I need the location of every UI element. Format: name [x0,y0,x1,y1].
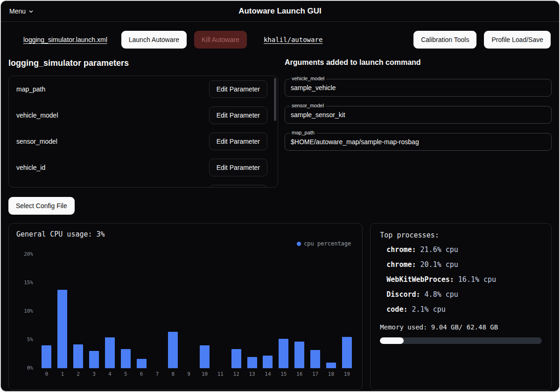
edit-parameter-button[interactable]: Edit Parameter [209,159,267,176]
profile-load-save-button[interactable]: Profile Load/Save [484,31,551,49]
edit-parameter-button[interactable]: Edit Parameter [209,185,267,188]
x-tick-label: 1 [55,371,70,377]
top-processes-title: Top processes: [380,231,542,239]
parameter-row: map_path Edit Parameter [9,76,278,102]
memory-used-label: Memory used: 9.04 GB/ 62.48 GB [380,323,542,331]
process-item: Discord: 4.8% cpu [380,290,542,299]
top-processes-panel: Top processes: chrome: 21.6% cpu chrome:… [370,223,552,390]
process-name: WebKitWebProces [386,275,449,284]
arguments-heading: Arguments added to launch command [285,58,552,67]
memory-progress-fill [380,337,403,344]
vehicle-model-input-label: vehicle_model [290,76,326,81]
cpu-usage-panel: General CPU usage: 3% cpu percentage 0%5… [8,223,363,390]
parameter-name: vehicle_model [16,112,58,119]
sensor-model-input[interactable]: sensor_model sample_sensor_kit [285,106,552,124]
legend-dot-icon [297,242,301,246]
repo-link[interactable]: khalil/autoware [264,36,322,43]
process-cpu: 4.8% cpu [425,290,458,299]
map-path-input-label: map_path [290,130,316,135]
parameter-row: sensor_model Edit Parameter [9,128,278,154]
monitoring-section: General CPU usage: 3% cpu percentage 0%5… [1,223,559,390]
process-item: WebKitWebProces: 16.1% cpu [380,275,542,284]
bar [55,254,70,368]
process-separator: : [412,245,420,254]
edit-parameter-button[interactable]: Edit Parameter [209,133,267,150]
bar [228,254,244,368]
x-axis-labels: 012345678910111213141516171819 [39,371,355,377]
x-tick-label: 14 [260,371,276,377]
menu-button-label: Menu [9,7,26,15]
process-separator: : [412,260,420,269]
bar [149,254,165,368]
cpu-bar-chart: 0%5%10%15%20% [16,254,355,368]
sensor-model-input-label: sensor_model [290,103,326,108]
chevron-down-icon [28,9,34,14]
bar [339,254,355,368]
process-separator: : [450,275,458,284]
parameter-row: Edit Parameter [9,181,278,188]
vehicle-model-input[interactable]: vehicle_model sample_vehicle [285,79,552,97]
launch-file-link[interactable]: logging_simulator.launch.xml [23,36,107,43]
bar [39,254,55,368]
toolbar: logging_simulator.launch.xml Launch Auto… [1,29,559,50]
x-tick-label: 12 [228,371,244,377]
memory-progress-bar [380,337,542,344]
plot-area [39,254,355,368]
cpu-usage-title: General CPU usage: 3% [16,230,355,238]
x-tick-label: 5 [118,371,133,377]
process-name: chrome [386,260,412,269]
calibration-tools-button[interactable]: Calibration Tools [413,31,476,49]
x-tick-label: 6 [133,371,149,377]
menu-button[interactable]: Menu [9,7,34,15]
bar [70,254,86,368]
scrollbar-thumb[interactable] [274,78,276,121]
x-tick-label: 13 [244,371,260,377]
parameter-name: sensor_model [16,138,57,145]
x-tick-label: 10 [197,371,213,377]
vehicle-model-input-value: sample_vehicle [291,84,336,91]
process-name: code [386,305,403,314]
parameter-name: map_path [16,85,45,93]
x-tick-label: 8 [165,371,181,377]
parameters-heading: logging_simulator parameters [8,58,278,68]
bar [276,254,292,368]
y-tick-label: 5% [27,336,33,343]
edit-parameter-button[interactable]: Edit Parameter [209,80,267,98]
bar [292,254,308,368]
parameter-row: vehicle_id Edit Parameter [9,154,278,181]
process-cpu: 20.1% cpu [420,260,458,269]
legend-label: cpu percentage [304,240,351,247]
map-path-input[interactable]: map_path $HOME/autoware_map/sample-map-r… [285,133,552,151]
bar [212,254,228,368]
process-item: chrome: 21.6% cpu [380,245,542,254]
process-separator: : [416,290,425,299]
x-tick-label: 15 [276,371,292,377]
x-tick-label: 16 [292,371,308,377]
x-tick-label: 11 [212,371,228,377]
process-name: Discord [386,290,416,299]
bar [244,254,260,368]
process-name: chrome [386,245,412,254]
process-item: code: 2.1% cpu [380,305,542,314]
bar [181,254,197,368]
parameter-row: vehicle_model Edit Parameter [9,102,278,128]
y-tick-label: 10% [24,308,33,314]
x-tick-label: 7 [149,371,165,377]
y-tick-label: 0% [27,365,33,371]
process-cpu: 2.1% cpu [412,305,445,314]
x-tick-label: 19 [339,371,355,377]
bar [308,254,323,368]
app-title: Autoware Launch GUI [1,7,559,16]
bar [197,254,213,368]
select-config-file-button[interactable]: Select Config File [8,197,75,215]
process-item: chrome: 20.1% cpu [380,260,542,269]
launch-autoware-button[interactable]: Launch Autoware [121,31,187,49]
y-axis-labels: 0%5%10%15%20% [16,254,39,368]
sensor-model-input-value: sample_sensor_kit [291,111,345,119]
x-tick-label: 0 [39,371,55,377]
bar [165,254,181,368]
kill-autoware-button[interactable]: Kill Autoware [194,31,247,49]
edit-parameter-button[interactable]: Edit Parameter [209,106,267,124]
x-tick-label: 3 [86,371,102,377]
app-window: Menu Autoware Launch GUI logging_simulat… [0,0,560,392]
